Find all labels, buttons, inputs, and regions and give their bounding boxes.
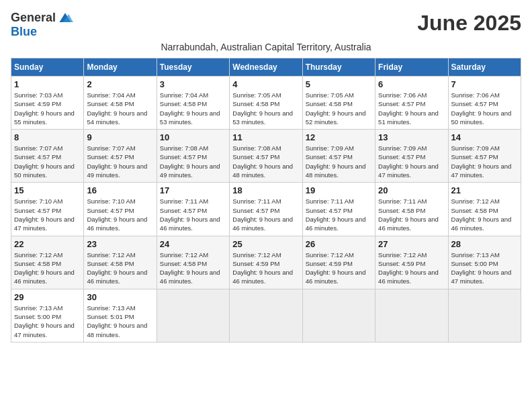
day-number: 9 — [87, 132, 153, 142]
day-number: 27 — [378, 239, 445, 249]
calendar-cell: 22Sunrise: 7:12 AMSunset: 4:58 PMDayligh… — [11, 236, 84, 289]
calendar-cell: 27Sunrise: 7:12 AMSunset: 4:59 PMDayligh… — [375, 236, 448, 289]
day-number: 28 — [451, 239, 518, 249]
day-info: Sunrise: 7:07 AMSunset: 4:57 PMDaylight:… — [14, 144, 81, 179]
day-number: 25 — [232, 239, 299, 249]
day-number: 6 — [378, 79, 445, 89]
day-number: 3 — [160, 79, 226, 89]
header-saturday: Saturday — [448, 58, 521, 77]
calendar-cell: 24Sunrise: 7:12 AMSunset: 4:58 PMDayligh… — [157, 236, 229, 289]
calendar-cell: 17Sunrise: 7:11 AMSunset: 4:57 PMDayligh… — [157, 183, 229, 236]
day-info: Sunrise: 7:12 AMSunset: 4:58 PMDaylight:… — [87, 250, 153, 286]
day-number: 24 — [160, 239, 226, 249]
calendar-cell — [375, 289, 448, 342]
header-thursday: Thursday — [302, 58, 375, 77]
header-wednesday: Wednesday — [230, 58, 302, 77]
calendar-cell: 4Sunrise: 7:05 AMSunset: 4:58 PMDaylight… — [230, 77, 302, 130]
day-number: 23 — [87, 239, 153, 249]
day-number: 30 — [87, 292, 153, 302]
calendar-cell: 25Sunrise: 7:12 AMSunset: 4:59 PMDayligh… — [230, 236, 302, 289]
location-title: Narrabundah, Australian Capital Territor… — [11, 42, 521, 52]
calendar-cell: 11Sunrise: 7:08 AMSunset: 4:57 PMDayligh… — [230, 130, 302, 183]
calendar-cell: 26Sunrise: 7:12 AMSunset: 4:59 PMDayligh… — [302, 236, 375, 289]
day-info: Sunrise: 7:05 AMSunset: 4:58 PMDaylight:… — [306, 91, 372, 126]
day-number: 5 — [306, 79, 372, 89]
day-number: 4 — [232, 79, 299, 89]
day-info: Sunrise: 7:11 AMSunset: 4:57 PMDaylight:… — [306, 197, 372, 232]
calendar-cell: 29Sunrise: 7:13 AMSunset: 5:00 PMDayligh… — [11, 289, 84, 342]
calendar-week-5: 29Sunrise: 7:13 AMSunset: 5:00 PMDayligh… — [11, 289, 521, 342]
calendar-header-row: SundayMondayTuesdayWednesdayThursdayFrid… — [11, 58, 521, 77]
day-info: Sunrise: 7:08 AMSunset: 4:57 PMDaylight:… — [232, 144, 299, 179]
calendar-cell: 16Sunrise: 7:10 AMSunset: 4:57 PMDayligh… — [84, 183, 157, 236]
day-number: 16 — [87, 185, 153, 195]
day-info: Sunrise: 7:12 AMSunset: 4:58 PMDaylight:… — [14, 250, 81, 286]
day-number: 20 — [378, 185, 445, 195]
logo-general: General — [11, 11, 56, 25]
day-info: Sunrise: 7:09 AMSunset: 4:57 PMDaylight:… — [306, 144, 372, 179]
calendar-cell: 20Sunrise: 7:11 AMSunset: 4:58 PMDayligh… — [375, 183, 448, 236]
day-number: 15 — [14, 185, 81, 195]
day-number: 8 — [14, 132, 81, 142]
day-info: Sunrise: 7:11 AMSunset: 4:57 PMDaylight:… — [160, 197, 226, 232]
calendar-cell: 8Sunrise: 7:07 AMSunset: 4:57 PMDaylight… — [11, 130, 84, 183]
day-info: Sunrise: 7:12 AMSunset: 4:59 PMDaylight:… — [378, 250, 445, 286]
day-info: Sunrise: 7:05 AMSunset: 4:58 PMDaylight:… — [232, 91, 299, 126]
day-number: 1 — [14, 79, 81, 89]
calendar-cell — [157, 289, 229, 342]
calendar-cell: 7Sunrise: 7:06 AMSunset: 4:57 PMDaylight… — [448, 77, 521, 130]
day-number: 18 — [232, 185, 299, 195]
header-tuesday: Tuesday — [157, 58, 229, 77]
calendar-cell: 12Sunrise: 7:09 AMSunset: 4:57 PMDayligh… — [302, 130, 375, 183]
day-number: 10 — [160, 132, 226, 142]
day-info: Sunrise: 7:09 AMSunset: 4:57 PMDaylight:… — [378, 144, 445, 179]
day-info: Sunrise: 7:09 AMSunset: 4:57 PMDaylight:… — [451, 144, 518, 179]
day-info: Sunrise: 7:11 AMSunset: 4:58 PMDaylight:… — [378, 197, 445, 232]
day-info: Sunrise: 7:04 AMSunset: 4:58 PMDaylight:… — [87, 91, 153, 126]
day-info: Sunrise: 7:12 AMSunset: 4:58 PMDaylight:… — [160, 250, 226, 286]
day-number: 29 — [14, 292, 81, 302]
calendar-cell: 6Sunrise: 7:06 AMSunset: 4:57 PMDaylight… — [375, 77, 448, 130]
day-info: Sunrise: 7:11 AMSunset: 4:57 PMDaylight:… — [232, 197, 299, 232]
calendar-cell: 28Sunrise: 7:13 AMSunset: 5:00 PMDayligh… — [448, 236, 521, 289]
logo-blue: Blue — [11, 25, 37, 39]
day-number: 7 — [451, 79, 518, 89]
calendar-week-1: 1Sunrise: 7:03 AMSunset: 4:59 PMDaylight… — [11, 77, 521, 130]
calendar-week-2: 8Sunrise: 7:07 AMSunset: 4:57 PMDaylight… — [11, 130, 521, 183]
logo: General Blue — [11, 11, 75, 39]
day-number: 26 — [306, 239, 372, 249]
calendar-cell: 18Sunrise: 7:11 AMSunset: 4:57 PMDayligh… — [230, 183, 302, 236]
calendar-cell: 15Sunrise: 7:10 AMSunset: 4:57 PMDayligh… — [11, 183, 84, 236]
day-info: Sunrise: 7:10 AMSunset: 4:57 PMDaylight:… — [14, 197, 81, 232]
calendar-table: SundayMondayTuesdayWednesdayThursdayFrid… — [11, 58, 521, 342]
day-number: 22 — [14, 239, 81, 249]
day-number: 19 — [306, 185, 372, 195]
header-friday: Friday — [375, 58, 448, 77]
calendar-week-3: 15Sunrise: 7:10 AMSunset: 4:57 PMDayligh… — [11, 183, 521, 236]
calendar-cell: 30Sunrise: 7:13 AMSunset: 5:01 PMDayligh… — [84, 289, 157, 342]
day-info: Sunrise: 7:04 AMSunset: 4:58 PMDaylight:… — [160, 91, 226, 126]
day-info: Sunrise: 7:03 AMSunset: 4:59 PMDaylight:… — [14, 91, 81, 126]
day-number: 13 — [378, 132, 445, 142]
day-info: Sunrise: 7:08 AMSunset: 4:57 PMDaylight:… — [160, 144, 226, 179]
day-number: 21 — [451, 185, 518, 195]
day-info: Sunrise: 7:07 AMSunset: 4:57 PMDaylight:… — [87, 144, 153, 179]
day-number: 11 — [232, 132, 299, 142]
calendar-cell: 21Sunrise: 7:12 AMSunset: 4:58 PMDayligh… — [448, 183, 521, 236]
day-number: 17 — [160, 185, 226, 195]
calendar-cell: 5Sunrise: 7:05 AMSunset: 4:58 PMDaylight… — [302, 77, 375, 130]
calendar-cell: 9Sunrise: 7:07 AMSunset: 4:57 PMDaylight… — [84, 130, 157, 183]
calendar-cell: 13Sunrise: 7:09 AMSunset: 4:57 PMDayligh… — [375, 130, 448, 183]
calendar-cell — [448, 289, 521, 342]
logo-icon — [57, 11, 73, 25]
day-info: Sunrise: 7:12 AMSunset: 4:58 PMDaylight:… — [451, 197, 518, 232]
day-number: 14 — [451, 132, 518, 142]
calendar-cell: 3Sunrise: 7:04 AMSunset: 4:58 PMDaylight… — [157, 77, 229, 130]
day-info: Sunrise: 7:06 AMSunset: 4:57 PMDaylight:… — [451, 91, 518, 126]
calendar-cell: 14Sunrise: 7:09 AMSunset: 4:57 PMDayligh… — [448, 130, 521, 183]
header: General Blue June 2025 — [11, 11, 521, 39]
day-info: Sunrise: 7:06 AMSunset: 4:57 PMDaylight:… — [378, 91, 445, 126]
day-info: Sunrise: 7:13 AMSunset: 5:01 PMDaylight:… — [87, 304, 153, 339]
calendar-cell: 23Sunrise: 7:12 AMSunset: 4:58 PMDayligh… — [84, 236, 157, 289]
header-sunday: Sunday — [11, 58, 84, 77]
